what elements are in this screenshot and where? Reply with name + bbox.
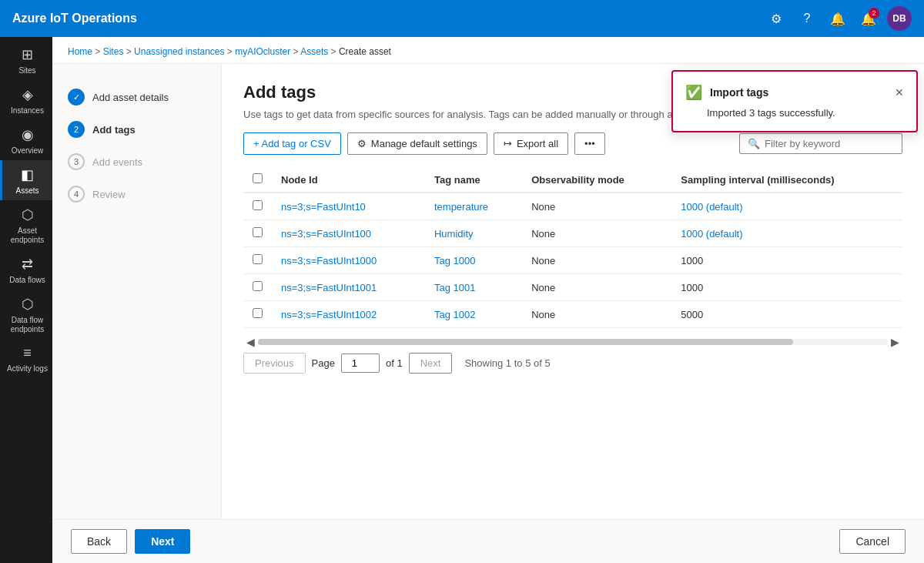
filter-input-wrap: 🔍 — [739, 133, 902, 154]
help-icon[interactable]: ? — [795, 6, 819, 31]
sidebar-item-assets[interactable]: ◧ Assets — [0, 160, 52, 200]
row-obs-mode: None — [522, 193, 671, 220]
header-node-id: Node Id — [272, 167, 425, 193]
main-area: Home > Sites > Unassigned instances > my… — [52, 37, 924, 563]
table-row: ns=3;s=FastUInt1001 Tag 1001 None 1000 — [243, 274, 902, 301]
table-row: ns=3;s=FastUInt1002 Tag 1002 None 5000 — [243, 301, 902, 328]
instances-icon: ◈ — [22, 86, 33, 103]
scroll-left-arrow[interactable]: ◀ — [243, 334, 258, 350]
toast-header: ✅ Import tags ✕ — [685, 84, 904, 101]
assets-icon: ◧ — [21, 166, 34, 183]
step-circle-1: ✓ — [68, 89, 85, 106]
page-number-input[interactable] — [341, 354, 380, 373]
sidebar-label-assets: Assets — [15, 186, 38, 196]
step-label-4: Review — [92, 189, 126, 200]
row-sampling: 1000 — [671, 274, 902, 301]
row-obs-mode: None — [522, 220, 671, 247]
export-icon: ↦ — [504, 138, 512, 149]
add-tag-csv-button[interactable]: + Add tag or CSV — [243, 132, 341, 155]
sidebar-label-instances: Instances — [11, 106, 44, 116]
settings-icon[interactable]: ⚙ — [764, 6, 788, 31]
export-label: Export all — [517, 138, 558, 149]
scroll-right-arrow[interactable]: ▶ — [888, 334, 902, 350]
header-sampling: Sampling interval (milliseconds) — [671, 167, 902, 193]
row-node-id: ns=3;s=FastUInt1000 — [272, 247, 425, 274]
app-title: Azure IoT Operations — [12, 12, 764, 25]
previous-button[interactable]: Previous — [243, 353, 306, 374]
row-checkbox-cell — [243, 247, 272, 274]
node-id-link-3[interactable]: ns=3;s=FastUInt1001 — [281, 282, 377, 293]
breadcrumb-current: Create asset — [339, 46, 391, 57]
sidebar-item-data-flow-endpoints[interactable]: ⬡ Data flow endpoints — [0, 290, 52, 339]
node-id-link-0[interactable]: ns=3;s=FastUInt10 — [281, 201, 366, 213]
export-all-button[interactable]: ↦ Export all — [494, 132, 568, 155]
horizontal-scrollbar[interactable]: ◀ ▶ — [243, 334, 902, 350]
row-tag-name: temperature — [425, 193, 522, 220]
topbar: Azure IoT Operations ⚙ ? 🔔 🔔 2 DB — [0, 0, 924, 37]
row-tag-name: Tag 1000 — [425, 247, 522, 274]
bottom-bar: Back Next Cancel — [52, 519, 924, 563]
next-button[interactable]: Next — [135, 529, 190, 554]
sidebar-label-overview: Overview — [12, 146, 44, 156]
filter-search-icon: 🔍 — [748, 138, 760, 149]
breadcrumb-unassigned[interactable]: Unassigned instances — [134, 46, 224, 57]
row-checkbox-cell — [243, 193, 272, 220]
row-sampling: 1000 (default) — [671, 193, 902, 220]
avatar[interactable]: DB — [887, 6, 912, 31]
sidebar-item-instances[interactable]: ◈ Instances — [0, 80, 52, 120]
node-id-link-1[interactable]: ns=3;s=FastUInt100 — [281, 228, 371, 240]
row-checkbox-cell — [243, 301, 272, 328]
more-options-button[interactable]: ••• — [574, 132, 605, 155]
row-checkbox-2[interactable] — [253, 254, 263, 264]
next-page-button[interactable]: Next — [409, 353, 453, 374]
sidebar-item-asset-endpoints[interactable]: ⬡ Asset endpoints — [0, 200, 52, 250]
sidebar-item-data-flows[interactable]: ⇄ Data flows — [0, 250, 52, 290]
breadcrumb-cluster[interactable]: myAIOcluster — [235, 46, 290, 57]
cancel-button[interactable]: Cancel — [839, 529, 906, 554]
manage-settings-button[interactable]: ⚙ Manage default settings — [347, 132, 487, 155]
row-node-id: ns=3;s=FastUInt1002 — [272, 301, 425, 328]
content-area: ✓ Add asset details 2 Add tags 3 Add eve… — [52, 64, 924, 519]
header-checkbox-col — [243, 167, 272, 193]
notifications-icon[interactable]: 🔔 — [825, 6, 850, 31]
alerts-icon[interactable]: 🔔 2 — [856, 6, 881, 31]
row-node-id: ns=3;s=FastUInt100 — [272, 220, 425, 247]
row-checkbox-3[interactable] — [253, 281, 263, 291]
page-of-label: of 1 — [386, 357, 403, 369]
row-checkbox-4[interactable] — [253, 308, 263, 318]
header-obs-mode: Observability mode — [522, 167, 671, 193]
row-checkbox-1[interactable] — [253, 227, 263, 237]
scroll-thumb[interactable] — [258, 339, 793, 345]
pagination: Previous Page of 1 Next Showing 1 to 5 o… — [243, 353, 902, 374]
row-tag-name: Humidity — [425, 220, 522, 247]
data-flow-endpoints-icon: ⬡ — [22, 296, 34, 313]
settings-gear-icon: ⚙ — [357, 138, 367, 149]
table-row: ns=3;s=FastUInt100 Humidity None 1000 (d… — [243, 220, 902, 247]
sidebar-item-activity-logs[interactable]: ≡ Activity logs — [0, 339, 52, 378]
toast-message: Imported 3 tags successfully. — [685, 107, 904, 119]
page-input-wrap — [341, 354, 380, 373]
sidebar-item-overview[interactable]: ◉ Overview — [0, 120, 52, 160]
wizard-steps: ✓ Add asset details 2 Add tags 3 Add eve… — [52, 64, 222, 519]
select-all-checkbox[interactable] — [253, 173, 263, 183]
row-checkbox-0[interactable] — [253, 200, 263, 210]
node-id-link-2[interactable]: ns=3;s=FastUInt1000 — [281, 255, 377, 266]
row-sampling: 1000 — [671, 247, 902, 274]
row-sampling: 1000 (default) — [671, 220, 902, 247]
wizard-step-1: ✓ Add asset details — [65, 82, 209, 112]
back-button[interactable]: Back — [71, 529, 127, 554]
row-sampling: 5000 — [671, 301, 902, 328]
breadcrumb-assets[interactable]: Assets — [300, 46, 328, 57]
toast-title: Import tags — [710, 86, 887, 99]
activity-logs-icon: ≡ — [23, 345, 32, 361]
showing-text: Showing 1 to 5 of 5 — [464, 357, 550, 369]
overview-icon: ◉ — [22, 126, 34, 143]
topbar-icons: ⚙ ? 🔔 🔔 2 DB — [764, 6, 912, 31]
header-tag-name: Tag name — [425, 167, 522, 193]
breadcrumb-sites[interactable]: Sites — [103, 46, 124, 57]
sidebar-item-sites[interactable]: ⊞ Sites — [0, 40, 52, 80]
node-id-link-4[interactable]: ns=3;s=FastUInt1002 — [281, 309, 377, 320]
filter-input[interactable] — [765, 138, 894, 149]
toast-close-button[interactable]: ✕ — [895, 86, 904, 99]
breadcrumb-home[interactable]: Home — [68, 46, 92, 57]
